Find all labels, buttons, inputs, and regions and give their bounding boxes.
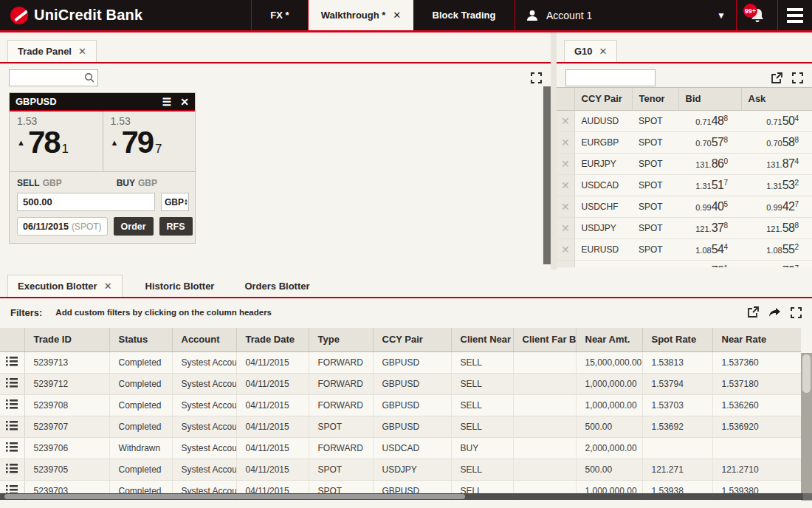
close-icon[interactable]: ✕ [104,281,112,292]
remove-pair-button[interactable]: ✕ [557,217,574,238]
blotter-column-header[interactable]: Trade ID [24,328,109,351]
rates-search-input[interactable] [565,69,656,86]
account-menu[interactable]: Account 1 ▼ [515,0,736,30]
popout-icon[interactable] [747,306,759,318]
order-button[interactable]: Order [114,217,154,236]
notifications-button[interactable]: 99+ [736,0,777,30]
ask-cell[interactable]: 131.874 [741,153,812,174]
fx-tile-gbpusd: GBPUSD ☰ ✕ 1.53 ▲ 78 1 1.53 ▲ 79 7 [9,92,196,244]
row-menu-button[interactable] [0,437,24,459]
rates-panel: G10 ✕ CCY PairTenorBidAsk ✕AUDUSDSPOT0.7… [557,32,812,270]
cell-trade_id: 5239712 [24,373,109,394]
remove-pair-button[interactable]: ✕ [557,174,574,196]
cell-trade_date: 04/11/2015 [236,416,309,437]
tab-walkthrough[interactable]: Walkthrough * ✕ [308,0,413,30]
ccy-pair-cell: USDJPY [574,217,632,238]
blotter-horizontal-scrollbar[interactable] [0,493,803,500]
remove-pair-button[interactable]: ✕ [557,260,574,267]
ask-cell[interactable]: 0.70588 [741,131,812,153]
tab-historic-blotter[interactable]: Historic Blotter [136,275,224,297]
blotter-column-header[interactable] [0,328,24,351]
settlement-date-field[interactable]: 06/11/2015 (SPOT) [17,217,108,236]
rates-column-header[interactable]: Ask [741,88,812,110]
blotter-column-header[interactable]: Trade Date [236,328,309,351]
tile-close-icon[interactable]: ✕ [180,96,189,108]
tab-orders-blotter[interactable]: Orders Blotter [235,275,319,297]
close-icon[interactable]: ✕ [78,46,86,57]
bid-price-button[interactable]: 1.53 ▲ 78 1 [10,111,103,171]
remove-pair-button[interactable]: ✕ [557,131,574,153]
blotter-column-header[interactable]: Near Rate [712,328,801,351]
ask-cell[interactable]: 0.99427 [741,196,812,217]
blotter-column-header[interactable]: Status [109,328,172,351]
blotter-row[interactable]: 5239708CompletedSystest Account04/11/201… [0,394,801,416]
blotter-column-header[interactable]: Client Far Base [513,328,576,351]
blotter-row[interactable]: 5239707CompletedSystest Account04/11/201… [0,416,801,437]
main-menu-button[interactable] [777,0,812,30]
share-icon[interactable] [768,307,781,318]
cell-near_rate: 1.536920 [712,416,801,437]
ask-price-button[interactable]: 1.53 ▲ 79 7 [103,111,196,171]
expand-icon[interactable] [531,72,542,83]
ask-cell[interactable]: 1.53797 [741,260,812,267]
expand-icon[interactable] [791,307,802,318]
blotter-column-header[interactable]: Client Near Bas [451,328,513,351]
row-menu-button[interactable] [0,459,24,480]
bid-cell[interactable]: 0.70578 [678,131,741,153]
blotter-vertical-scrollbar[interactable] [801,353,812,501]
ask-cell[interactable]: 1.31532 [741,174,812,196]
remove-pair-button[interactable]: ✕ [557,196,574,217]
blotter-column-header[interactable]: Spot Rate [642,328,712,351]
tab-trade-panel[interactable]: Trade Panel ✕ [7,40,97,62]
bid-cell[interactable]: 0.99405 [678,196,741,217]
tile-menu-icon[interactable]: ☰ [162,96,172,108]
expand-icon[interactable] [792,72,803,83]
remove-pair-button[interactable]: ✕ [557,153,574,174]
amount-input[interactable] [17,193,155,211]
bid-cell[interactable]: 121.378 [678,217,741,238]
ask-cell[interactable]: 1.08552 [741,238,812,260]
popout-icon[interactable] [771,72,782,84]
currency-select[interactable]: GBP ▲▼ [161,193,189,211]
close-icon[interactable]: ✕ [393,10,401,21]
blotter-column-header[interactable]: CCY Pair [373,328,451,351]
remove-pair-button[interactable]: ✕ [557,238,574,260]
ask-cell[interactable]: 0.71504 [741,110,812,131]
tenor-cell: SPOT [632,153,678,174]
tab-fx[interactable]: FX * [251,0,308,30]
bid-cell[interactable]: 0.71488 [678,110,741,131]
row-menu-button[interactable] [0,416,24,437]
bid-cell[interactable]: 1.08544 [678,238,741,260]
blotter-row[interactable]: 5239705CompletedSystest Account04/11/201… [0,459,801,480]
tile-header[interactable]: GBPUSD ☰ ✕ [10,93,195,111]
cell-ccy_pair: GBPUSD [373,394,451,416]
rfs-button[interactable]: RFS [159,217,193,236]
blotter-row[interactable]: 5239712CompletedSystest Account04/11/201… [0,373,801,394]
blotter-row[interactable]: 5239706WithdrawnSystest Account04/11/201… [0,437,801,459]
bid-cell[interactable]: 1.53781 [678,260,741,267]
blotter-row[interactable]: 5239713CompletedSystest Account04/11/201… [0,351,801,373]
bid-cell[interactable]: 131.860 [678,153,741,174]
rates-column-header[interactable]: Bid [678,88,741,110]
brand: UniCredit Bank [0,0,251,30]
bid-cell[interactable]: 1.31517 [678,174,741,196]
blotter-column-header[interactable]: Account [172,328,236,351]
rates-column-header[interactable]: CCY Pair [574,88,632,110]
tab-g10[interactable]: G10 ✕ [564,40,617,62]
cell-trade_date: 04/11/2015 [236,351,309,373]
row-menu-button[interactable] [0,373,24,394]
ccy-pair-cell: GBPUSD [574,260,632,267]
tab-block-trading[interactable]: Block Trading [413,0,515,30]
cell-client_near_base: SELL [451,459,513,480]
blotter-column-header[interactable]: Near Amt. [576,328,642,351]
ask-cell[interactable]: 121.588 [741,217,812,238]
rates-column-header[interactable]: Tenor [632,88,678,110]
blotter-column-header[interactable]: Type [309,328,373,351]
row-menu-button[interactable] [0,394,24,416]
remove-pair-button[interactable]: ✕ [557,110,574,131]
trade-panel-scrollbar[interactable] [543,86,551,264]
tab-execution-blotter[interactable]: Execution Blotter ✕ [7,275,123,297]
brand-name: UniCredit Bank [34,7,142,24]
close-icon[interactable]: ✕ [599,46,608,57]
row-menu-button[interactable] [0,351,24,373]
